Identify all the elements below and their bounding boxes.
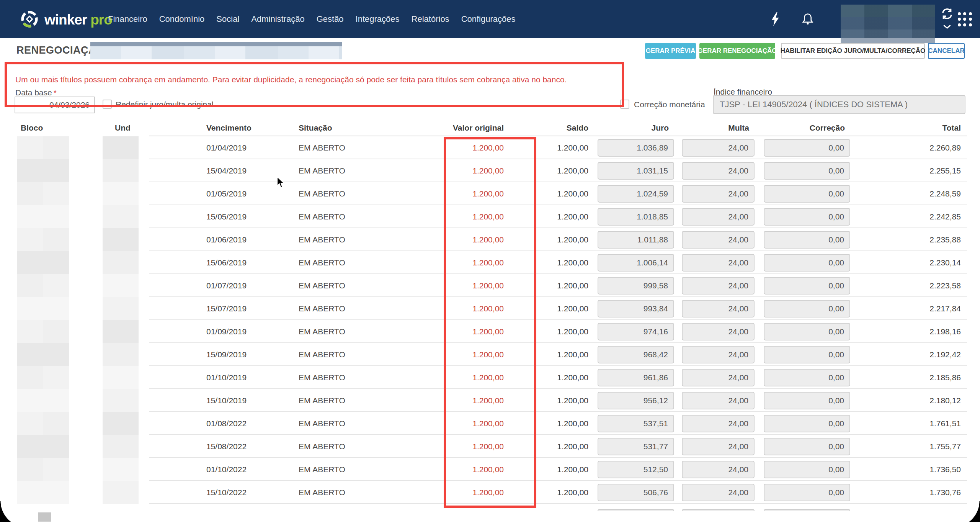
multa-input[interactable]: 24,00 bbox=[682, 484, 755, 501]
multa-input[interactable]: 24,00 bbox=[682, 185, 755, 203]
nav-item-configuracoes[interactable]: Configurações bbox=[461, 14, 516, 24]
und-cell-redacted bbox=[103, 182, 139, 205]
lightning-icon[interactable] bbox=[770, 0, 780, 38]
multa-input[interactable]: 24,00 bbox=[682, 231, 755, 249]
juro-input[interactable]: 1.018,85 bbox=[598, 208, 674, 226]
table-row: 01/04/2019EM ABERTO1.200,001.200,001.036… bbox=[0, 136, 980, 159]
juro-input[interactable]: 993,84 bbox=[598, 300, 674, 317]
correcao-input[interactable]: 0,00 bbox=[764, 254, 850, 272]
correcao-input[interactable]: 0,00 bbox=[764, 323, 850, 340]
correcao-input[interactable]: 0,00 bbox=[764, 277, 850, 295]
correcao-input[interactable]: 0,00 bbox=[764, 139, 850, 157]
multa-input[interactable]: 24,00 bbox=[682, 346, 755, 363]
juro-input[interactable]: 961,86 bbox=[598, 369, 674, 386]
situacao-cell: EM ABERTO bbox=[299, 343, 345, 366]
vencimento-cell: 01/08/2022 bbox=[206, 412, 247, 435]
refresh-icon[interactable] bbox=[940, 8, 954, 21]
juro-input[interactable]: 506,76 bbox=[598, 484, 674, 501]
juro-input[interactable]: 1.036,89 bbox=[598, 139, 674, 157]
multa-input[interactable]: 24,00 bbox=[682, 208, 755, 226]
nav-item-relatorios[interactable]: Relatórios bbox=[412, 14, 449, 24]
saldo-cell: 1.200,00 bbox=[557, 458, 588, 481]
habilitar-edicao-button[interactable]: HABILITAR EDIÇÃO JURO/MULTA/CORREÇÃO bbox=[781, 43, 925, 59]
und-cell-redacted bbox=[103, 412, 139, 435]
correcao-input[interactable]: 0,00 bbox=[764, 369, 850, 386]
data-base-input[interactable] bbox=[15, 97, 95, 113]
juro-input[interactable]: 968,42 bbox=[598, 346, 674, 363]
nav-item-gestao[interactable]: Gestão bbox=[317, 14, 344, 24]
nav-item-financeiro[interactable]: Financeiro bbox=[108, 14, 147, 24]
alert-message: Um ou mais títulos possuem cobrança em a… bbox=[15, 75, 612, 84]
valor-original-cell: 1.200,00 bbox=[472, 297, 504, 320]
bloco-cell-redacted bbox=[17, 297, 69, 320]
condominium-name-redacted bbox=[90, 42, 342, 59]
und-cell-redacted bbox=[103, 274, 139, 297]
correcao-monetaria-label[interactable]: Correção monetária bbox=[634, 100, 705, 110]
juro-input[interactable]: 531,77 bbox=[598, 438, 674, 455]
multa-input[interactable]: 24,00 bbox=[682, 369, 755, 386]
juro-input[interactable]: 537,51 bbox=[598, 415, 674, 432]
redefinir-juro-multa-checkbox[interactable] bbox=[103, 100, 112, 109]
correcao-input[interactable]: 0,00 bbox=[764, 231, 850, 249]
juro-input[interactable]: 974,16 bbox=[598, 323, 674, 340]
indice-financeiro-input[interactable]: TJSP - LEI 14905/2024 ( ÍNDICES DO SISTE… bbox=[713, 95, 965, 114]
saldo-cell: 1.200,00 bbox=[557, 159, 588, 182]
juro-input[interactable]: 1.011,88 bbox=[598, 231, 674, 249]
table-body: 01/04/2019EM ABERTO1.200,001.200,001.036… bbox=[0, 136, 980, 504]
user-account-redacted[interactable] bbox=[841, 5, 935, 38]
nav-item-integracoes[interactable]: Integrações bbox=[356, 14, 400, 24]
apps-grid-icon[interactable] bbox=[958, 12, 972, 27]
total-cell: 2.180,12 bbox=[929, 389, 961, 412]
juro-input[interactable]: 512,50 bbox=[598, 461, 674, 478]
juro-input[interactable]: 1.031,15 bbox=[598, 162, 674, 180]
correcao-input[interactable]: 0,00 bbox=[764, 392, 850, 409]
bottom-scrollbar-thumb[interactable] bbox=[38, 512, 51, 522]
multa-input[interactable]: 24,00 bbox=[682, 438, 755, 455]
multa-input[interactable]: 24,00 bbox=[682, 300, 755, 317]
correcao-input[interactable]: 0,00 bbox=[764, 185, 850, 203]
gerar-previa-button[interactable]: GERAR PRÉVIA bbox=[645, 43, 696, 59]
gerar-renegociacao-button[interactable]: GERAR RENEGOCIAÇÃO bbox=[699, 43, 775, 59]
nav-item-administracao[interactable]: Administração bbox=[251, 14, 304, 24]
juro-input[interactable]: 1.024,59 bbox=[598, 185, 674, 203]
multa-input[interactable]: 24,00 bbox=[682, 277, 755, 295]
juro-input[interactable]: 999,58 bbox=[598, 277, 674, 295]
valor-original-cell: 1.200,00 bbox=[472, 481, 504, 504]
juro-input[interactable]: 1.006,14 bbox=[598, 254, 674, 272]
multa-input[interactable]: 24,00 bbox=[682, 139, 755, 157]
total-cell: 2.235,88 bbox=[929, 228, 961, 251]
juro-input[interactable]: 956,12 bbox=[598, 392, 674, 409]
correcao-input[interactable]: 0,00 bbox=[764, 484, 850, 501]
bloco-cell-redacted bbox=[17, 481, 69, 504]
valor-original-cell: 1.200,00 bbox=[472, 251, 504, 274]
vencimento-cell: 01/05/2019 bbox=[206, 182, 247, 205]
nav-item-social[interactable]: Social bbox=[216, 14, 239, 24]
chevron-down-icon[interactable] bbox=[943, 24, 951, 31]
cancelar-button[interactable]: CANCELAR bbox=[928, 43, 965, 59]
multa-input[interactable]: 24,00 bbox=[682, 415, 755, 432]
multa-input[interactable]: 24,00 bbox=[682, 461, 755, 478]
multa-input[interactable]: 24,00 bbox=[682, 392, 755, 409]
nav-item-condominio[interactable]: Condomínio bbox=[159, 14, 205, 24]
refresh-menu[interactable] bbox=[939, 8, 956, 32]
correcao-input[interactable]: 0,00 bbox=[764, 346, 850, 363]
correcao-monetaria-checkbox[interactable] bbox=[620, 100, 629, 109]
correcao-input[interactable]: 0,00 bbox=[764, 208, 850, 226]
correcao-input[interactable]: 0,00 bbox=[764, 162, 850, 180]
multa-input[interactable]: 24,00 bbox=[682, 162, 755, 180]
vencimento-cell: 01/06/2019 bbox=[206, 228, 247, 251]
correcao-input[interactable]: 0,00 bbox=[764, 300, 850, 317]
total-cell: 2.185,86 bbox=[929, 366, 961, 389]
bloco-cell-redacted bbox=[17, 435, 69, 458]
correcao-input[interactable]: 0,00 bbox=[764, 415, 850, 432]
correcao-input[interactable]: 0,00 bbox=[764, 438, 850, 455]
brand-logo[interactable]: winkerpro bbox=[20, 10, 112, 30]
bell-icon[interactable] bbox=[801, 0, 815, 38]
saldo-cell: 1.200,00 bbox=[557, 343, 588, 366]
situacao-cell: EM ABERTO bbox=[299, 297, 345, 320]
multa-input[interactable]: 24,00 bbox=[682, 254, 755, 272]
redefinir-juro-multa-label[interactable]: Redefinir juro/multa original bbox=[116, 100, 214, 110]
correcao-input[interactable]: 0,00 bbox=[764, 461, 850, 478]
multa-input[interactable]: 24,00 bbox=[682, 323, 755, 340]
vencimento-cell: 01/10/2019 bbox=[206, 366, 247, 389]
